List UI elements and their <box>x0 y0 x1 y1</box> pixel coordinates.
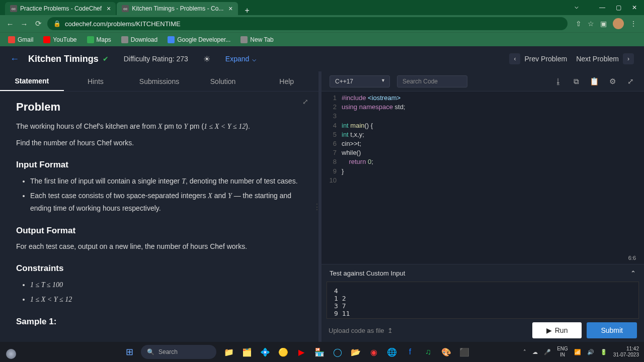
taskbar-app[interactable]: f <box>403 344 418 359</box>
close-button[interactable]: ✕ <box>627 2 642 13</box>
battery-icon[interactable]: 🔋 <box>600 349 607 355</box>
list-item: The first line of input will contain a s… <box>30 175 302 188</box>
taskbar-app[interactable]: ♫ <box>421 344 436 359</box>
bookmark[interactable]: Gmail <box>5 35 36 45</box>
expand-button[interactable]: Expand⌵ <box>225 55 256 63</box>
download-icon[interactable]: ⭳ <box>552 77 564 85</box>
search-code-input[interactable]: Search Code <box>397 75 467 87</box>
taskbar-app[interactable]: 🌐 <box>384 344 399 359</box>
back-arrow-icon[interactable]: ← <box>10 54 19 64</box>
chevron-up-icon[interactable]: ˄ <box>523 349 526 355</box>
problem-text: Find the number of hours Chef works. <box>16 137 302 148</box>
io-header[interactable]: Test against Custom Input ⌃ <box>321 264 644 282</box>
language-indicator[interactable]: ENGIN <box>557 346 568 358</box>
wifi-icon[interactable]: 📶 <box>574 349 581 355</box>
page-content: ← Kitchen Timings ✔ Difficulty Rating: 2… <box>0 46 644 342</box>
tab-statement[interactable]: Statement <box>0 71 64 91</box>
chevron-left-icon: ‹ <box>509 53 520 64</box>
browser-tab-strip: cc Practice Problems - CodeChef × cc Kit… <box>0 0 644 15</box>
youtube-icon <box>43 36 50 43</box>
problem-tabs: Statement Hints Submissions Solution Hel… <box>0 71 318 92</box>
taskbar-app[interactable]: 📁 <box>221 344 236 359</box>
bookmark[interactable]: Download <box>118 35 160 45</box>
new-tab-button[interactable]: + <box>242 6 253 15</box>
theme-toggle-icon[interactable]: ☀ <box>203 54 210 64</box>
back-button[interactable]: ← <box>5 20 15 28</box>
output-format-heading: Output Format <box>16 226 302 236</box>
bookmark[interactable]: New Tab <box>237 35 276 45</box>
custom-input[interactable]: 4 1 2 3 7 9 11 <box>327 282 639 319</box>
taskbar-app[interactable]: 🗂️ <box>239 344 255 359</box>
browser-tab[interactable]: cc Practice Problems - CodeChef × <box>5 2 116 15</box>
chevron-up-icon[interactable]: ⌃ <box>630 269 636 277</box>
problem-heading: Problem <box>16 101 302 114</box>
problem-text: For each test case, output on a new line… <box>16 241 302 252</box>
volume-icon[interactable]: 🔊 <box>587 349 594 355</box>
taskbar-app[interactable]: ▶ <box>294 344 309 359</box>
clock[interactable]: 11:4231-07-2023 <box>613 346 639 358</box>
extensions-icon[interactable]: ▣ <box>600 20 607 28</box>
bookmark[interactable]: Maps <box>84 35 114 45</box>
sample-heading: Sample 1: <box>16 317 302 327</box>
problem-body[interactable]: ⤢ Problem The working hours of Chef's ki… <box>0 92 318 342</box>
taskbar-app[interactable]: ⬛ <box>457 344 472 359</box>
minimize-button[interactable]: — <box>595 2 610 13</box>
tab-hints[interactable]: Hints <box>64 71 128 91</box>
bookmark-star-icon[interactable]: ☆ <box>588 20 594 28</box>
close-icon[interactable]: × <box>228 5 232 13</box>
prev-problem-button[interactable]: ‹Prev Problem <box>509 53 567 64</box>
fullscreen-icon[interactable]: ⤢ <box>625 77 636 86</box>
share-icon[interactable]: ⇧ <box>576 20 582 28</box>
submit-button[interactable]: Submit <box>587 322 637 338</box>
io-panel: Test against Custom Input ⌃ 4 1 2 3 7 9 … <box>321 264 644 342</box>
taskbar-app[interactable]: 💠 <box>258 344 273 359</box>
reload-button[interactable]: ⟳ <box>33 19 43 28</box>
code-editor[interactable]: 12345678910 #include <iostream> using na… <box>321 92 644 264</box>
maximize-button[interactable]: ▢ <box>611 2 626 13</box>
favicon: cc <box>122 5 129 12</box>
tab-submissions[interactable]: Submissions <box>127 71 191 91</box>
taskbar-app[interactable]: 🟡 <box>276 344 291 359</box>
upload-code-link[interactable]: Upload code as file↥ <box>329 327 393 334</box>
window-controls: — ▢ ✕ <box>595 2 642 13</box>
url-text: codechef.com/problems/KITCHENTIME <box>65 20 181 28</box>
upload-icon: ↥ <box>387 327 393 334</box>
taskbar: ⊞ 🔍 Search 📁 🗂️ 💠 🟡 ▶ 🏪 ◯ 📂 ◉ 🌐 f ♫ 🎨 ⬛ … <box>0 342 644 362</box>
tab-help[interactable]: Help <box>255 71 318 91</box>
taskbar-search[interactable]: 🔍 Search <box>141 345 216 359</box>
maps-icon <box>87 36 94 43</box>
copy-icon[interactable]: ⧉ <box>571 77 582 86</box>
taskbar-app[interactable]: 📂 <box>348 344 363 359</box>
run-button[interactable]: ▶Run <box>532 322 582 338</box>
bookmark[interactable]: Google Developer... <box>165 35 233 45</box>
paste-icon[interactable]: 📋 <box>589 77 600 86</box>
chevron-down-icon: ⌵ <box>252 55 256 63</box>
difficulty-badge: Difficulty Rating: 273 <box>124 55 188 63</box>
onedrive-icon[interactable]: ☁ <box>532 349 538 355</box>
bookmark[interactable]: YouTube <box>40 35 79 45</box>
weather-widget[interactable] <box>6 349 16 359</box>
lock-icon: 🔒 <box>53 20 61 27</box>
google-icon <box>168 36 175 43</box>
taskbar-app[interactable]: 🏪 <box>312 344 327 359</box>
expand-icon[interactable]: ⤢ <box>302 98 308 106</box>
tab-title: Kitchen Timings - Problems - Co... <box>132 5 223 12</box>
next-problem-button[interactable]: Next Problem› <box>576 53 634 64</box>
problem-header: ← Kitchen Timings ✔ Difficulty Rating: 2… <box>0 46 644 71</box>
gear-icon[interactable]: ⚙ <box>607 77 618 86</box>
browser-tab[interactable]: cc Kitchen Timings - Problems - Co... × <box>117 2 237 15</box>
taskbar-app[interactable]: ◉ <box>366 344 381 359</box>
mic-icon[interactable]: 🎤 <box>544 349 551 355</box>
problem-text: The working hours of Chef's kitchen are … <box>16 121 302 132</box>
avatar[interactable] <box>613 18 624 29</box>
start-button[interactable]: ⊞ <box>121 345 138 359</box>
taskbar-app[interactable]: ◯ <box>330 344 345 359</box>
close-icon[interactable]: × <box>107 5 111 13</box>
taskbar-app[interactable]: 🎨 <box>439 344 454 359</box>
chevron-down-icon[interactable]: ⌵ <box>575 3 579 10</box>
forward-button[interactable]: → <box>19 20 29 28</box>
tab-solution[interactable]: Solution <box>191 71 255 91</box>
menu-icon[interactable]: ⋮ <box>630 20 637 28</box>
url-bar[interactable]: 🔒 codechef.com/problems/KITCHENTIME <box>47 17 568 30</box>
language-select[interactable]: C++17 <box>330 75 390 87</box>
